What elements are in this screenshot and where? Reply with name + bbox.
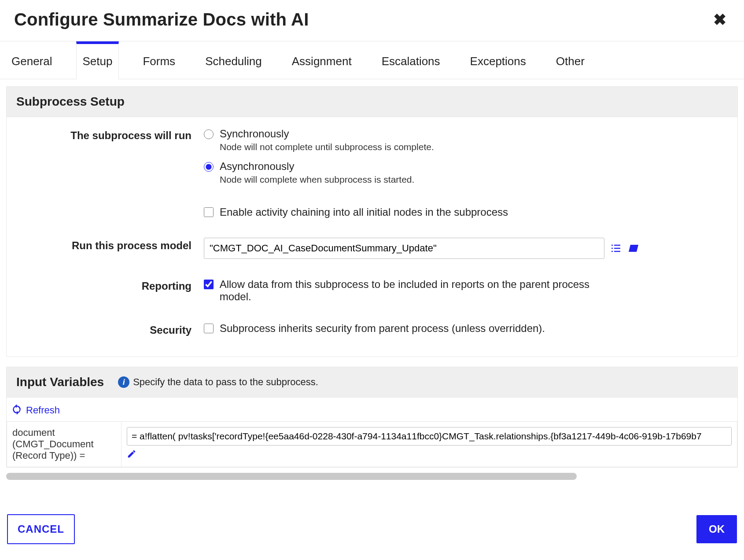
iv-expression-input[interactable] (127, 427, 732, 446)
security-text: Subprocess inherits security from parent… (220, 322, 545, 335)
reporting-checkbox[interactable] (204, 280, 214, 289)
security-checkbox[interactable] (204, 324, 214, 333)
iv-name-cell: document (CMGT_Document (Record Type)) = (7, 422, 122, 467)
iv-value-cell (122, 422, 737, 467)
info-icon: i (118, 376, 129, 388)
input-variables-help: Specify the data to pass to the subproce… (133, 376, 318, 388)
cancel-button[interactable]: CANCEL (7, 514, 75, 544)
refresh-link[interactable]: Refresh (26, 405, 60, 416)
tab-exceptions[interactable]: Exceptions (464, 41, 532, 79)
titlebar: Configure Summarize Docs with AI ✖ (0, 0, 744, 41)
run-mode-label: The subprocess will run (15, 128, 204, 142)
table-row: document (CMGT_Document (Record Type)) = (7, 422, 737, 467)
refresh-icon[interactable] (11, 404, 22, 417)
reporting-text: Allow data from this subprocess to be in… (220, 278, 618, 303)
erase-icon[interactable] (627, 242, 640, 254)
chaining-checkbox[interactable] (204, 207, 214, 217)
list-picker-icon[interactable] (610, 242, 622, 254)
tab-assignment[interactable]: Assignment (286, 41, 358, 79)
sync-label: Synchronously (220, 128, 434, 140)
input-variables-title: Input Variables (16, 375, 104, 389)
close-icon[interactable]: ✖ (710, 10, 730, 29)
tab-strip: General Setup Forms Scheduling Assignmen… (0, 41, 744, 79)
tab-scheduling[interactable]: Scheduling (199, 41, 268, 79)
chaining-label: Enable activity chaining into all initia… (220, 206, 508, 218)
subprocess-setup-header: Subprocess Setup (7, 87, 737, 117)
h-scrollbar[interactable] (6, 473, 738, 480)
reporting-label: Reporting (15, 278, 204, 292)
ok-button[interactable]: OK (696, 515, 737, 543)
dialog-footer: CANCEL OK (0, 505, 744, 560)
sync-radio[interactable] (204, 129, 214, 139)
process-model-input[interactable] (204, 238, 604, 259)
security-label: Security (15, 322, 204, 336)
subprocess-setup-panel: Subprocess Setup The subprocess will run… (6, 86, 738, 357)
tab-forms[interactable]: Forms (136, 41, 181, 79)
async-radio[interactable] (204, 162, 214, 172)
tab-escalations[interactable]: Escalations (376, 41, 446, 79)
edit-expression-icon[interactable] (127, 449, 136, 461)
model-label: Run this process model (15, 238, 204, 252)
tab-general[interactable]: General (5, 41, 59, 79)
svg-marker-6 (629, 245, 638, 252)
async-hint: Node will complete when subprocess is st… (220, 174, 414, 185)
dialog-title: Configure Summarize Docs with AI (14, 10, 309, 29)
sync-hint: Node will not complete until subprocess … (220, 142, 434, 152)
tab-setup[interactable]: Setup (76, 41, 119, 79)
input-variables-panel: Input Variables i Specify the data to pa… (6, 367, 738, 468)
input-variables-table: document (CMGT_Document (Record Type)) = (7, 421, 737, 467)
h-scrollbar-thumb[interactable] (6, 473, 577, 480)
tab-other[interactable]: Other (550, 41, 591, 79)
input-variables-header: Input Variables i Specify the data to pa… (7, 367, 737, 398)
async-label: Asynchronously (220, 160, 414, 173)
